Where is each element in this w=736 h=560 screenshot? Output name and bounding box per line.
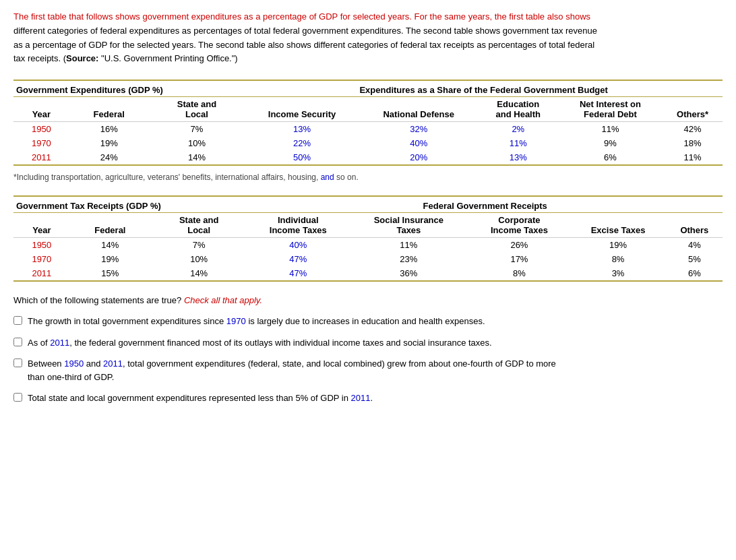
- col-soc-ins: Social InsuranceTaxes: [348, 213, 468, 238]
- col-corp-income: CorporateIncome Taxes: [468, 213, 570, 238]
- table-row: 1970 19% 10% 22% 40% 11% 9% 18%: [13, 136, 723, 150]
- cell-net-int: 6%: [558, 150, 663, 165]
- table1-left-header: Government Expenditures (GDP %): [13, 80, 245, 97]
- col-federal: Federal: [70, 213, 150, 238]
- question-section: Which of the following statements are tr…: [13, 295, 723, 405]
- table1-footnote: *Including transportation, agriculture, …: [13, 173, 723, 182]
- cell-state-local: 7%: [150, 238, 247, 253]
- col-edu-health: Educationand Health: [479, 97, 558, 122]
- question-instruction: Check all that apply.: [184, 295, 262, 305]
- expenditures-table-section: Government Expenditures (GDP %) Expendit…: [13, 80, 723, 166]
- table-row: 1950 14% 7% 40% 11% 26% 19% 4%: [13, 238, 723, 253]
- tax-receipts-table-section: Government Tax Receipts (GDP %) Federal …: [13, 195, 723, 282]
- checkbox-a[interactable]: [13, 316, 22, 325]
- intro-paragraph: The first table that follows shows gover…: [13, 10, 723, 66]
- cell-year: 1950: [13, 122, 69, 137]
- checkbox-c[interactable]: [13, 359, 22, 367]
- cell-soc-ins: 23%: [348, 252, 468, 266]
- table-row: 2011 15% 14% 47% 36% 8% 3% 6%: [13, 266, 723, 281]
- intro-line4: tax receipts. (Source: "U.S. Government …: [13, 53, 238, 63]
- cell-income-sec: 50%: [245, 150, 359, 165]
- cell-excise: 8%: [570, 252, 666, 266]
- table1-right-header: Expenditures as a Share of the Federal G…: [245, 80, 723, 97]
- cell-state-local: 14%: [150, 266, 247, 281]
- cell-federal: 15%: [70, 266, 150, 281]
- cell-others: 5%: [667, 252, 723, 266]
- choice-d-text: Total state and local government expendi…: [28, 392, 373, 405]
- choice-a: The growth in total government expenditu…: [13, 315, 723, 328]
- choice-a-text: The growth in total government expenditu…: [28, 315, 485, 328]
- cell-income-sec: 13%: [245, 122, 359, 137]
- cell-nat-def: 32%: [359, 122, 479, 137]
- col-year: Year: [13, 97, 69, 122]
- cell-nat-def: 40%: [359, 136, 479, 150]
- cell-state-local: 7%: [149, 122, 245, 137]
- table-row: 2011 24% 14% 50% 20% 13% 6% 11%: [13, 150, 723, 165]
- cell-edu-health: 2%: [479, 122, 558, 137]
- cell-corp-income: 26%: [468, 238, 570, 253]
- year-2011c: 2011: [351, 393, 371, 403]
- choice-b-text: As of 2011, the federal government finan…: [28, 336, 492, 350]
- col-ind-income: IndividualIncome Taxes: [247, 213, 348, 238]
- col-state-local: State andLocal: [149, 97, 245, 122]
- cell-ind-income: 47%: [247, 266, 348, 281]
- cell-net-int: 11%: [558, 122, 663, 137]
- table2-group-header-row: Government Tax Receipts (GDP %) Federal …: [13, 196, 723, 213]
- cell-federal: 19%: [70, 252, 150, 266]
- expenditures-table: Government Expenditures (GDP %) Expendit…: [13, 80, 723, 166]
- table1-col-header-row: Year Federal State andLocal Income Secur…: [13, 97, 723, 122]
- choice-c-text: Between 1950 and 2011, total government …: [28, 357, 556, 383]
- intro-line2: different categories of federal expendit…: [13, 26, 597, 36]
- cell-corp-income: 17%: [468, 252, 570, 266]
- checkbox-d[interactable]: [13, 393, 22, 402]
- table-row: 1970 19% 10% 47% 23% 17% 8% 5%: [13, 252, 723, 266]
- col-income-security: Income Security: [245, 97, 359, 122]
- cell-others: 42%: [663, 122, 723, 137]
- table2-left-header: Government Tax Receipts (GDP %): [13, 196, 247, 213]
- cell-state-local: 10%: [149, 136, 245, 150]
- checkbox-b[interactable]: [13, 338, 22, 346]
- year-2011: 2011: [50, 338, 69, 348]
- cell-federal: 19%: [69, 136, 149, 150]
- year-1970: 1970: [226, 316, 246, 326]
- col-national-defense: National Defense: [359, 97, 479, 122]
- cell-others: 18%: [663, 136, 723, 150]
- col-others: Others*: [663, 97, 723, 122]
- tax-receipts-table: Government Tax Receipts (GDP %) Federal …: [13, 195, 723, 282]
- cell-net-int: 9%: [558, 136, 663, 150]
- cell-excise: 3%: [570, 266, 666, 281]
- table2-right-header: Federal Government Receipts: [247, 196, 723, 213]
- cell-edu-health: 11%: [479, 136, 558, 150]
- col-year: Year: [13, 213, 70, 238]
- table1-group-header-row: Government Expenditures (GDP %) Expendit…: [13, 80, 723, 97]
- cell-soc-ins: 36%: [348, 266, 468, 281]
- col-net-interest: Net Interest onFederal Debt: [558, 97, 663, 122]
- cell-ind-income: 40%: [247, 238, 348, 253]
- cell-federal: 16%: [69, 122, 149, 137]
- year-1950: 1950: [64, 359, 84, 369]
- intro-line1: The first table that follows shows gover…: [13, 11, 590, 22]
- choice-b: As of 2011, the federal government finan…: [13, 336, 723, 350]
- cell-income-sec: 22%: [245, 136, 359, 150]
- cell-year: 2011: [13, 150, 69, 165]
- table2-col-header-row: Year Federal State andLocal IndividualIn…: [13, 213, 723, 238]
- cell-excise: 19%: [570, 238, 666, 253]
- cell-soc-ins: 11%: [348, 238, 468, 253]
- cell-edu-health: 13%: [479, 150, 558, 165]
- cell-year: 1970: [13, 252, 70, 266]
- cell-corp-income: 8%: [468, 266, 570, 281]
- cell-others: 6%: [667, 266, 723, 281]
- cell-year: 2011: [13, 266, 70, 281]
- cell-federal: 24%: [69, 150, 149, 165]
- source-label: Source:: [66, 53, 98, 63]
- intro-line3: as a percentage of GDP for the selected …: [13, 40, 594, 50]
- cell-state-local: 10%: [150, 252, 247, 266]
- table-row: 1950 16% 7% 13% 32% 2% 11% 42%: [13, 122, 723, 137]
- cell-year: 1970: [13, 136, 69, 150]
- col-federal: Federal: [69, 97, 149, 122]
- cell-nat-def: 20%: [359, 150, 479, 165]
- col-state-local: State andLocal: [150, 213, 247, 238]
- cell-others: 4%: [667, 238, 723, 253]
- cell-others: 11%: [663, 150, 723, 165]
- choice-d: Total state and local government expendi…: [13, 392, 723, 405]
